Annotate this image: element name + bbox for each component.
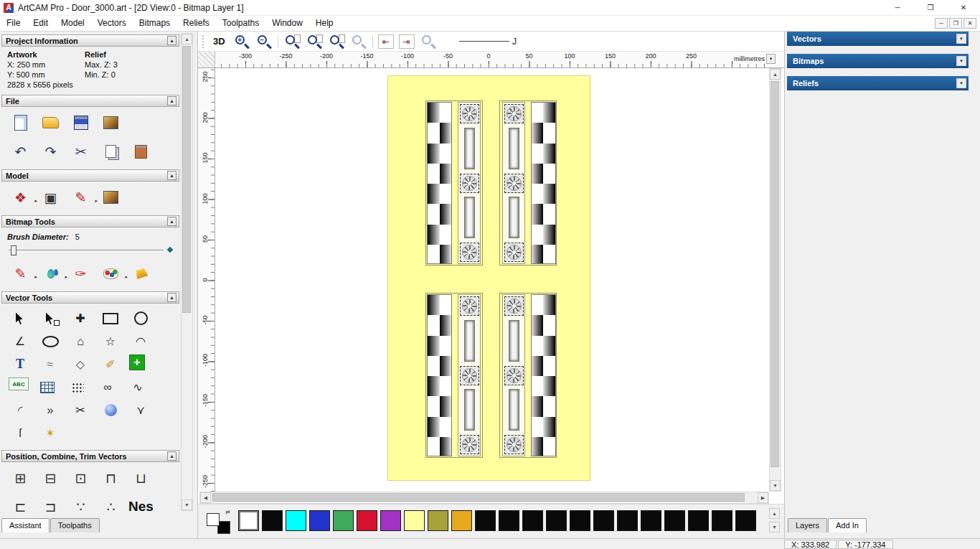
menu-file[interactable]: File <box>0 16 27 31</box>
create-polygon-tool[interactable]: ⌂ <box>69 332 92 351</box>
door-panel-bottom-right[interactable] <box>499 293 557 458</box>
mdi-restore-button[interactable]: ❐ <box>949 18 962 29</box>
align-objects-button[interactable]: ⊟ <box>39 467 62 489</box>
zoom-fit-selection-button[interactable] <box>328 33 345 50</box>
palette-swatch-3[interactable] <box>309 510 330 531</box>
view-3d-button[interactable]: 3D <box>210 35 228 47</box>
restore-button[interactable]: ❐ <box>914 0 947 15</box>
collapse-icon[interactable]: ▲ <box>167 36 176 45</box>
import-image-button[interactable] <box>99 112 123 133</box>
canvas-horizontal-scrollbar[interactable]: ◀ ▶ <box>199 492 769 504</box>
project-information-header[interactable]: Project Information ▲ <box>1 34 179 47</box>
wrap-text-tool[interactable]: ABC <box>9 377 29 390</box>
set-model-size-button[interactable]: ❖ <box>9 187 32 208</box>
dropdown-icon[interactable]: ▼ <box>956 78 966 88</box>
door-panel-bottom-left[interactable] <box>425 293 483 458</box>
menu-toolpaths[interactable]: Toolpaths <box>216 16 265 31</box>
palette-swatch-7[interactable] <box>404 510 425 531</box>
palette-scroll-down-button[interactable]: ▼ <box>769 522 780 532</box>
palette-swatch-2[interactable] <box>286 510 306 531</box>
redo-button[interactable]: ↷ <box>39 141 62 162</box>
collapse-icon[interactable]: ▲ <box>167 171 176 180</box>
menu-bitmaps[interactable]: Bitmaps <box>133 16 176 31</box>
reliefs-panel-header[interactable]: Reliefs ▼ <box>787 76 969 90</box>
mdi-close-button[interactable]: ✕ <box>963 18 976 29</box>
scrollbar-thumb[interactable] <box>182 46 191 313</box>
colour-picker-tool[interactable]: ✑ <box>69 263 93 284</box>
paint-tool[interactable] <box>39 263 62 284</box>
scroll-up-button[interactable]: ▲ <box>770 69 781 80</box>
paste-button[interactable] <box>129 141 153 162</box>
space-horizontal-button[interactable]: ∵ <box>69 496 93 517</box>
line-style-preview[interactable]: J <box>459 36 517 47</box>
slider-handle[interactable] <box>11 245 17 255</box>
create-text-tool[interactable]: T <box>9 355 32 374</box>
create-ellipse-tool[interactable] <box>39 332 62 351</box>
collapse-icon[interactable]: ▲ <box>167 96 176 105</box>
tab-toolpaths[interactable]: Toolpaths <box>50 518 100 532</box>
zoom-previous-button[interactable] <box>350 33 367 50</box>
collapse-icon[interactable]: ▲ <box>167 217 176 226</box>
file-section-header[interactable]: File ▲ <box>1 95 179 107</box>
scroll-down-button[interactable]: ▼ <box>770 480 781 491</box>
zoom-in-button[interactable]: + <box>233 33 250 50</box>
palette-swatch-13[interactable] <box>546 510 567 531</box>
tab-add-in[interactable]: Add In <box>828 518 867 532</box>
undo-button[interactable]: ↶ <box>9 141 32 162</box>
swap-colours-icon[interactable]: ⇄ <box>225 509 230 515</box>
brush-diameter-slider[interactable] <box>9 244 171 257</box>
ruler-unit-dropdown[interactable]: ▼ <box>766 54 776 64</box>
menu-help[interactable]: Help <box>309 16 340 31</box>
palette-swatch-16[interactable] <box>617 510 638 531</box>
assistant-scrollbar[interactable]: ▲ ▼ <box>181 33 193 511</box>
create-polyline-tool[interactable]: ∠ <box>9 332 32 351</box>
trim-vectors-tool[interactable]: ✂ <box>69 400 92 420</box>
menu-vectors[interactable]: Vectors <box>91 16 133 31</box>
palette-swatch-9[interactable] <box>451 510 472 531</box>
canvas-vertical-scrollbar[interactable]: ▲ ▼ <box>769 68 781 492</box>
zoom-window-button[interactable] <box>420 33 437 50</box>
align-top-button[interactable]: ⊓ <box>99 467 123 489</box>
menu-reliefs[interactable]: Reliefs <box>176 16 216 31</box>
pan-right-button[interactable]: ⇥ <box>399 34 415 49</box>
palette-swatch-20[interactable] <box>712 510 732 531</box>
create-star-tool[interactable]: ☆ <box>99 332 122 351</box>
menu-window[interactable]: Window <box>265 16 309 31</box>
collapse-icon[interactable]: ▲ <box>167 451 176 461</box>
palette-swatch-4[interactable] <box>333 510 354 531</box>
align-left-button[interactable]: ⊏ <box>9 496 32 517</box>
nesting-button[interactable]: Nes <box>129 496 153 517</box>
fillet-tool[interactable]: ⋎ <box>129 400 152 420</box>
palette-swatch-18[interactable] <box>664 510 685 531</box>
dropdown-icon[interactable]: ▼ <box>956 56 966 66</box>
palette-swatch-19[interactable] <box>688 510 709 531</box>
canvas-viewport[interactable] <box>215 68 769 492</box>
vectorise-bitmap-tool[interactable]: ✶ <box>39 423 62 443</box>
door-design[interactable] <box>387 75 590 481</box>
select-vectors-tool[interactable] <box>9 309 32 328</box>
centre-in-page-button[interactable]: ⊞ <box>9 467 32 489</box>
create-circle-tool[interactable] <box>129 309 152 328</box>
scrollbar-thumb[interactable] <box>771 81 779 467</box>
zoom-fit-page-button[interactable] <box>283 33 301 50</box>
text-on-curve-tool[interactable]: ≈ <box>39 355 62 374</box>
align-right-button[interactable]: ⊐ <box>39 496 62 517</box>
vector-tools-header[interactable]: Vector Tools ▲ <box>1 291 179 304</box>
palette-swatch-0[interactable] <box>238 510 259 531</box>
scroll-right-button[interactable]: ▶ <box>758 492 768 503</box>
block-copy-rotate-tool[interactable]: + <box>129 355 145 370</box>
model-image-button[interactable] <box>99 187 123 208</box>
vectors-panel-header[interactable]: Vectors ▼ <box>787 32 969 46</box>
offset-relief-tool[interactable] <box>99 400 122 420</box>
menu-edit[interactable]: Edit <box>27 16 55 31</box>
scroll-left-button[interactable]: ◀ <box>200 492 211 503</box>
copy-button[interactable] <box>99 141 123 162</box>
paste-array-tool[interactable] <box>66 377 89 397</box>
join-vectors-tool[interactable]: ∞ <box>96 377 119 397</box>
align-centre-button[interactable]: ⊡ <box>69 467 93 489</box>
position-combine-trim-header[interactable]: Position, Combine, Trim Vectors ▲ <box>1 450 179 462</box>
flood-fill-tool[interactable] <box>129 263 153 284</box>
palette-swatch-1[interactable] <box>262 510 283 531</box>
zoom-out-button[interactable]: − <box>255 33 273 50</box>
palette-swatch-6[interactable] <box>380 510 401 531</box>
